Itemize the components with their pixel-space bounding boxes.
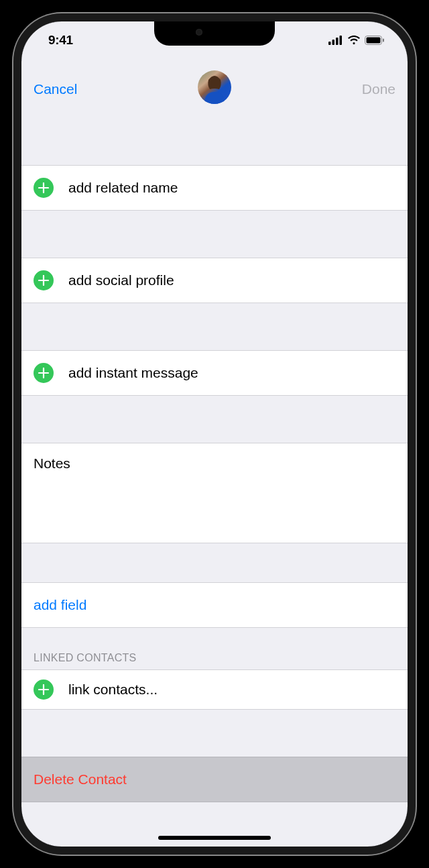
notes-label: Notes — [34, 455, 70, 471]
plus-icon — [34, 680, 54, 700]
link-contacts-label: link contacts... — [68, 682, 158, 698]
content-scroll[interactable]: add related name add social profile add … — [21, 119, 408, 847]
add-social-profile-row[interactable]: add social profile — [21, 258, 408, 303]
svg-rect-5 — [367, 38, 381, 44]
delete-contact-label: Delete Contact — [34, 771, 127, 788]
wifi-icon — [347, 36, 361, 45]
add-related-name-row[interactable]: add related name — [21, 165, 408, 211]
phone-frame: 9:41 — [13, 13, 416, 855]
battery-icon — [365, 36, 385, 45]
volume-down-button — [13, 279, 14, 326]
linked-contacts-header: LINKED CONTACTS — [21, 652, 149, 669]
volume-up-button — [13, 223, 14, 270]
spacer — [21, 211, 408, 258]
svg-rect-3 — [340, 36, 343, 45]
notes-field[interactable]: Notes — [21, 443, 408, 543]
done-button[interactable]: Done — [362, 81, 395, 97]
spacer — [21, 710, 408, 757]
spacer — [21, 119, 408, 165]
delete-contact-row[interactable]: Delete Contact — [21, 757, 408, 802]
add-instant-message-row[interactable]: add instant message — [21, 350, 408, 396]
cancel-button[interactable]: Cancel — [34, 81, 77, 97]
plus-icon — [34, 178, 54, 198]
spacer — [21, 303, 408, 350]
svg-rect-1 — [332, 40, 335, 45]
add-field-label: add field — [34, 597, 86, 613]
mute-switch — [13, 180, 14, 203]
nav-bar: Cancel Done — [21, 59, 408, 119]
plus-icon — [34, 363, 54, 383]
link-contacts-row[interactable]: link contacts... — [21, 669, 408, 710]
spacer: LINKED CONTACTS — [21, 628, 408, 669]
spacer — [21, 396, 408, 443]
add-instant-message-label: add instant message — [68, 365, 198, 381]
cellular-icon — [328, 36, 343, 45]
home-indicator[interactable] — [158, 836, 271, 840]
contact-avatar[interactable] — [198, 70, 231, 104]
status-indicators — [328, 36, 385, 45]
status-time: 9:41 — [48, 33, 73, 48]
svg-rect-0 — [328, 42, 331, 45]
svg-rect-6 — [383, 39, 384, 42]
add-social-profile-label: add social profile — [68, 272, 174, 288]
notch — [154, 21, 275, 46]
spacer — [21, 543, 408, 582]
screen: 9:41 — [21, 21, 408, 847]
add-field-row[interactable]: add field — [21, 582, 408, 628]
power-button — [415, 237, 416, 311]
plus-icon — [34, 270, 54, 290]
add-related-name-label: add related name — [68, 180, 178, 196]
svg-rect-2 — [336, 38, 339, 45]
